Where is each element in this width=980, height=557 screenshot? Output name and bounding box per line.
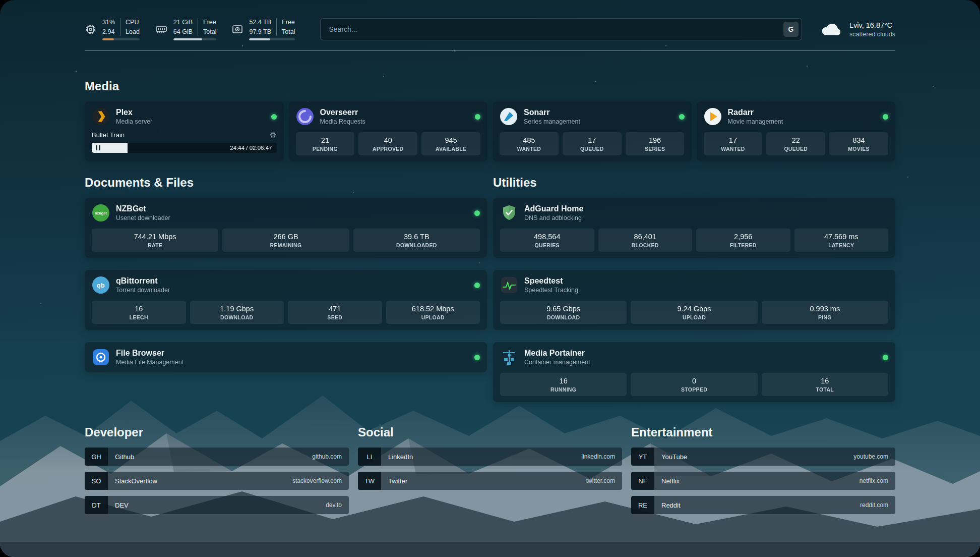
stat-label: RUNNING	[502, 386, 625, 393]
service-name: Sonarr	[524, 108, 580, 117]
stat-label: FILTERED	[698, 242, 788, 248]
stat-tile: 16 LEECH	[92, 301, 186, 324]
cpu-widget: 31% 2.94 CPU Load	[85, 18, 140, 40]
service-subtitle: Series management	[524, 118, 580, 125]
bookmark-name: StackOverflow	[115, 477, 157, 485]
disk-labels: Free Total	[276, 18, 295, 36]
disk-values: 52.4 TB 97.9 TB	[249, 18, 271, 36]
bookmark-name: DEV	[115, 502, 129, 509]
service-subtitle: Media server	[116, 118, 152, 125]
bookmark-row[interactable]: YT YouTube youtube.com	[631, 448, 895, 466]
cloud-icon	[820, 20, 843, 38]
stat-tile: 47.569 ms LATENCY	[794, 229, 889, 252]
bookmark-row[interactable]: LI LinkedIn linkedin.com	[358, 448, 622, 466]
bookmark-row[interactable]: GH Github github.com	[85, 448, 349, 466]
service-name: Plex	[116, 108, 152, 117]
stat-label: LATENCY	[797, 242, 887, 248]
weather-widget[interactable]: Lviv, 16.87°C scattered clouds	[820, 20, 895, 38]
stat-tile: 16 TOTAL	[762, 373, 888, 396]
stat-tile: 744.21 Mbps RATE	[92, 229, 218, 252]
weather-location: Lviv, 16.87°C	[849, 21, 895, 29]
radarr-icon	[704, 107, 722, 126]
stat-label: DOWNLOADED	[355, 242, 478, 248]
bookmark-row[interactable]: DT DEV dev.to	[85, 496, 349, 514]
stat-tile: 22 QUEUED	[766, 132, 825, 155]
speedtest-icon	[500, 276, 518, 294]
service-name: File Browser	[116, 349, 183, 358]
stat-label: WANTED	[706, 146, 761, 152]
bookmark-abbr: YT	[631, 448, 654, 466]
speedtest-card[interactable]: Speedtest Speedtest Tracking 9.65 Gbps D…	[493, 270, 895, 330]
bookmark-name: YouTube	[661, 453, 687, 461]
bookmark-row[interactable]: SO StackOverflow stackoverflow.com	[85, 472, 349, 490]
cpu-usage-fill	[102, 38, 114, 40]
status-online-dot	[271, 114, 277, 120]
adguard-icon	[500, 204, 518, 222]
disk-icon	[231, 23, 243, 35]
ram-free-label: Free	[203, 18, 216, 26]
stat-tile: 9.65 Gbps DOWNLOAD	[500, 301, 627, 324]
service-name: qBittorrent	[116, 276, 170, 286]
bookmark-row[interactable]: TW Twitter twitter.com	[358, 472, 622, 490]
disk-free-label: Free	[282, 18, 295, 26]
search-input[interactable]	[328, 25, 783, 34]
plex-icon	[92, 107, 110, 126]
gear-icon[interactable]: ⚙	[270, 131, 276, 139]
stat-label: SEED	[290, 314, 380, 320]
service-subtitle: Media File Management	[116, 359, 183, 366]
disk-widget: 52.4 TB 97.9 TB Free Total	[231, 18, 295, 40]
portainer-card[interactable]: Media Portainer Container management 16 …	[493, 342, 895, 402]
pause-icon[interactable]	[96, 145, 100, 150]
social-section-title: Social	[358, 425, 622, 439]
stat-value: 485	[502, 136, 557, 144]
stat-value: 17	[706, 136, 761, 144]
plex-progress-bar[interactable]: 24:44 / 02:06:47	[92, 143, 277, 153]
radarr-card[interactable]: Radarr Movie management 17 WANTED 22 QUE…	[697, 101, 896, 161]
service-name: AdGuard Home	[524, 204, 583, 213]
qbittorrent-card[interactable]: qb qBittorrent Torrent downloader 16 LEE…	[85, 270, 487, 330]
stat-tile: 86,401 BLOCKED	[598, 229, 693, 252]
stat-value: 16	[502, 377, 625, 385]
bookmark-url: netflix.com	[860, 477, 888, 484]
sonarr-card[interactable]: Sonarr Series management 485 WANTED 17 Q…	[493, 101, 692, 161]
stat-label: UPLOAD	[388, 314, 478, 320]
stat-tile: 618.52 Mbps UPLOAD	[386, 301, 480, 324]
filebrowser-icon	[92, 348, 110, 366]
bookmark-url: dev.to	[326, 502, 342, 509]
search-bar: G	[320, 18, 802, 40]
stat-tile: 1.19 Gbps DOWNLOAD	[190, 301, 284, 324]
stat-label: STOPPED	[633, 386, 755, 393]
service-name: Speedtest	[524, 276, 578, 286]
overseerr-card[interactable]: Overseerr Media Requests 21 PENDING 40 A…	[289, 101, 488, 161]
stat-label: PENDING	[298, 146, 353, 152]
adguard-card[interactable]: AdGuard Home DNS and adblocking 498,564 …	[493, 198, 895, 258]
stat-label: QUEUED	[565, 146, 620, 152]
playback-time: 24:44 / 02:06:47	[230, 145, 272, 151]
entertainment-section-title: Entertainment	[631, 425, 895, 439]
stat-value: 21	[298, 136, 353, 144]
stat-label: DOWNLOAD	[192, 314, 282, 320]
service-name: NZBGet	[116, 204, 170, 213]
bookmark-row[interactable]: NF Netflix netflix.com	[631, 472, 895, 490]
status-online-dot	[883, 355, 888, 360]
stat-value: 266 GB	[224, 233, 347, 241]
filebrowser-card[interactable]: File Browser Media File Management	[85, 342, 487, 372]
search-engine-button[interactable]: G	[783, 22, 799, 37]
disk-total-value: 97.9 TB	[249, 28, 271, 36]
stat-tile: 945 AVAILABLE	[421, 132, 480, 155]
top-bar: 31% 2.94 CPU Load	[85, 18, 895, 40]
bookmark-url: github.com	[312, 453, 342, 460]
stat-value: 9.65 Gbps	[502, 305, 625, 313]
stat-label: REMAINING	[224, 242, 347, 248]
portainer-icon	[500, 348, 518, 366]
disk-usage-bar	[249, 38, 295, 40]
stat-tile: 39.6 TB DOWNLOADED	[353, 229, 480, 252]
stat-label: LEECH	[94, 314, 184, 320]
bookmark-row[interactable]: RE Reddit reddit.com	[631, 496, 895, 514]
bookmark-name: Twitter	[388, 477, 407, 485]
cpu-percent: 31%	[102, 18, 115, 26]
stat-value: 471	[290, 305, 380, 313]
plex-card[interactable]: Plex Media server Bullet Train ⚙ 24:44 /…	[85, 101, 284, 161]
nzbget-card[interactable]: nzbget NZBGet Usenet downloader 744.21 M…	[85, 198, 487, 258]
bookmark-abbr: NF	[631, 472, 654, 490]
